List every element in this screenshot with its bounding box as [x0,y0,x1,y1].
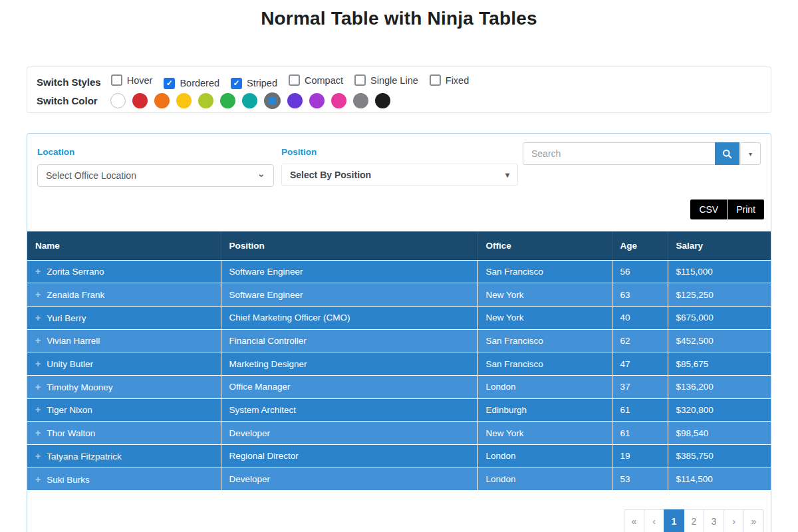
color-swatch-yellow[interactable] [176,93,192,108]
cell-salary: $452,500 [668,329,771,352]
location-select[interactable]: Select Office Location ⌄ [37,164,274,187]
color-swatch-white[interactable] [110,93,126,108]
table-row[interactable]: +Thor WaltonDeveloperNew York61$98,540 [27,422,771,445]
expand-plus-icon[interactable]: + [35,358,41,369]
page-button-prev[interactable]: ‹ [644,509,664,532]
color-swatch-gray[interactable] [353,93,368,108]
position-select[interactable]: Select By Position ▾ [281,164,518,186]
color-swatch-teal[interactable] [242,93,257,108]
checkbox-icon[interactable] [430,74,441,86]
cell-name-text: Yuri Berry [47,313,86,323]
table-row[interactable]: +Zenaida FrankSoftware EngineerNew York6… [27,283,771,307]
style-checkbox-hover[interactable]: Hover [111,74,153,86]
checkbox-icon[interactable] [289,74,300,86]
cell-age: 56 [612,260,668,283]
color-swatch-orange[interactable] [154,93,170,108]
color-swatch-pink[interactable] [331,93,346,108]
color-swatch-red[interactable] [132,93,148,108]
cell-name-text: Suki Burks [47,475,90,485]
page-button-page-2[interactable]: 2 [684,509,704,532]
cell-office: San Francisco [477,352,612,376]
cell-age: 47 [612,352,668,376]
cell-name-text: Unity Butler [47,359,93,369]
expand-plus-icon[interactable]: + [35,266,41,277]
table-row[interactable]: +Zorita SerranoSoftware EngineerSan Fran… [27,260,771,283]
cell-office: London [477,445,612,468]
table-row[interactable]: +Suki BurksDeveloperLondon53$114,500 [27,467,771,491]
table-row[interactable]: +Yuri BerryChief Marketing Officer (CMO)… [27,306,771,329]
cell-name: +Tiger Nixon [27,398,221,422]
search-button[interactable] [715,142,739,165]
expand-plus-icon[interactable]: + [35,335,41,346]
page-button-page-3[interactable]: 3 [704,509,724,532]
color-swatch-black[interactable] [375,93,390,108]
csv-export-button[interactable]: CSV [690,200,727,219]
checkbox-icon[interactable]: ✓ [164,78,175,89]
location-select-value: Select Office Location [46,170,136,181]
table-row[interactable]: +Tiger NixonSystem ArchitectEdinburgh61$… [27,398,771,422]
checkbox-icon[interactable]: ✓ [231,78,242,89]
position-filter-label: Position [281,147,317,157]
cell-office: New York [477,422,612,445]
style-checkbox-bordered[interactable]: ✓Bordered [164,78,219,89]
color-swatch-violet[interactable] [309,93,325,108]
expand-plus-icon[interactable]: + [35,382,41,392]
cell-name: +Tatyana Fitzpatrick [27,445,221,468]
cell-position: System Architect [221,398,477,422]
cell-office: San Francisco [477,260,612,283]
expand-plus-icon[interactable]: + [35,428,41,438]
page-button-last[interactable]: » [743,509,764,532]
expand-plus-icon[interactable]: + [35,313,41,323]
search-group: ▾ [523,142,761,165]
switch-styles-row: Switch Styles Hover✓Bordered✓StripedComp… [37,73,761,90]
checkbox-icon[interactable] [111,74,122,86]
color-swatch-lime[interactable] [198,93,213,108]
color-swatch-blue[interactable] [264,92,281,109]
cell-name: +Zenaida Frank [27,283,221,307]
color-swatch-green[interactable] [220,93,235,108]
cell-position: Marketing Designer [221,352,477,376]
expand-plus-icon[interactable]: + [35,474,41,485]
cell-office: San Francisco [477,329,612,352]
expand-plus-icon[interactable]: + [35,404,41,415]
style-checkbox-fixed[interactable]: Fixed [430,74,469,86]
cell-salary: $136,200 [668,375,771,398]
cell-name-text: Zorita Serrano [47,267,104,277]
table-row[interactable]: +Timothy MooneyOffice ManagerLondon37$13… [27,375,771,398]
color-swatch-purple[interactable] [287,93,303,108]
cell-salary: $85,675 [668,352,771,376]
table-row[interactable]: +Tatyana FitzpatrickRegional DirectorLon… [27,445,771,468]
color-swatch-list [110,92,397,109]
style-checkbox-compact[interactable]: Compact [289,74,343,86]
checkbox-label: Single Line [370,75,418,86]
page-button-first[interactable]: « [624,509,644,532]
checkbox-label: Fixed [446,75,469,86]
cell-position: Developer [221,422,477,445]
cell-position: Software Engineer [221,283,477,307]
page-button-page-1[interactable]: 1 [664,509,684,532]
column-header-salary: Salary [668,231,771,260]
column-header-age: Age [612,231,668,260]
cell-name-text: Timothy Mooney [47,382,112,392]
style-checkbox-striped[interactable]: ✓Striped [231,78,277,89]
cell-age: 53 [612,467,668,491]
checkbox-icon[interactable] [354,74,366,86]
cell-office: London [477,375,612,398]
cell-position: Software Engineer [221,260,477,283]
location-filter-label: Location [37,147,74,157]
table-row[interactable]: +Vivian HarrellFinancial ControllerSan F… [27,329,771,352]
page-button-next[interactable]: › [724,509,744,532]
cell-office: Edinburgh [477,398,612,422]
cell-name: +Zorita Serrano [27,260,221,283]
column-header-name: Name [27,231,221,260]
position-select-value: Select By Position [290,170,371,180]
table-row[interactable]: +Unity ButlerMarketing DesignerSan Franc… [27,352,771,376]
checkbox-label: Compact [305,75,343,86]
print-button[interactable]: Print [728,200,764,219]
search-input[interactable] [523,142,715,165]
expand-plus-icon[interactable]: + [35,289,41,300]
expand-plus-icon[interactable]: + [35,451,41,462]
style-checkbox-single-line[interactable]: Single Line [354,74,418,86]
search-options-button[interactable]: ▾ [740,142,761,165]
cell-name-text: Vivian Harrell [47,336,100,346]
